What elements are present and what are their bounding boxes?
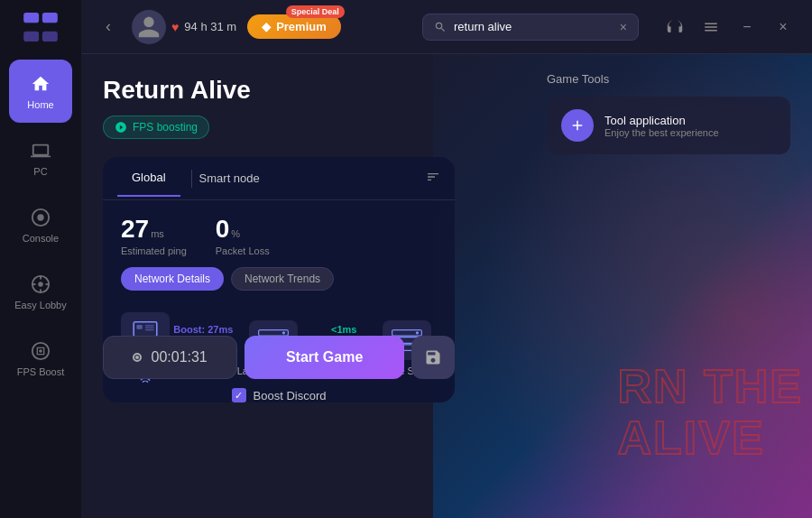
special-deal-badge: Special Deal (286, 5, 345, 18)
timer-button[interactable]: 00:01:31 (103, 336, 237, 379)
search-bar[interactable]: × (422, 14, 639, 41)
tool-card[interactable]: Tool application Enjoy the best experien… (547, 97, 790, 154)
main-content: ‹ ♥ 94 h 31 m ◆ Premium Special Deal × (81, 0, 812, 518)
svg-rect-1 (42, 13, 58, 23)
start-label: Start Game (286, 349, 363, 365)
tab-network-details[interactable]: Network Details (121, 267, 224, 291)
fps-icon (115, 121, 127, 134)
network-tabs: Global Smart node (103, 157, 455, 200)
heart-icon: ♥ (171, 20, 179, 34)
header: ‹ ♥ 94 h 31 m ◆ Premium Special Deal × (81, 0, 812, 54)
ping-value: 27 (121, 215, 149, 244)
search-clear-button[interactable]: × (620, 20, 627, 34)
fps-badge-label: FPS boosting (133, 121, 198, 134)
sidebar-item-easy-lobby[interactable]: Easy Lobby (9, 260, 72, 323)
svg-rect-3 (42, 32, 58, 42)
minimize-icon: − (743, 19, 751, 35)
avatar (132, 10, 166, 44)
premium-diamond: ◆ (262, 20, 271, 33)
ping-label: Estimated ping (121, 245, 187, 256)
boost-discord-label: Boost Discord (254, 389, 327, 402)
save-icon (424, 348, 442, 366)
tool-name: Tool application (604, 114, 719, 127)
svg-rect-0 (23, 13, 39, 23)
close-icon: × (779, 19, 787, 35)
action-row: 00:01:31 Start Game (103, 336, 455, 379)
tab-network-trends[interactable]: Network Trends (231, 267, 334, 291)
console-icon (29, 206, 52, 229)
sidebar-easy-lobby-label: Easy Lobby (14, 300, 66, 310)
svg-point-25 (282, 331, 285, 334)
close-button[interactable]: × (769, 13, 798, 42)
premium-label: Premium (276, 20, 327, 33)
search-icon (434, 21, 447, 33)
header-actions: − × (660, 13, 798, 42)
boost-discord-row: ✓ Boost Discord (103, 388, 455, 402)
fps-badge[interactable]: FPS boosting (103, 116, 209, 139)
sidebar-item-pc[interactable]: PC (9, 126, 72, 190)
packet-label: Packet Loss (216, 245, 270, 256)
timer-value: 00:01:31 (151, 349, 207, 365)
ping-unit: ms (151, 228, 164, 239)
user-time: 94 h 31 m (184, 20, 236, 33)
save-button[interactable] (411, 336, 455, 379)
svg-rect-2 (23, 32, 39, 42)
headset-button[interactable] (660, 13, 689, 42)
boost-discord-checkbox[interactable]: ✓ (232, 388, 246, 402)
easy-lobby-icon (29, 273, 52, 296)
fps-boost-icon (29, 339, 52, 363)
smart-node-selector[interactable]: Smart node (199, 171, 426, 185)
timer-dot (133, 353, 142, 362)
sidebar-item-console[interactable]: Console (9, 193, 72, 256)
sidebar: Home PC Console (0, 0, 81, 518)
tool-icon (561, 109, 594, 142)
sidebar-pc-label: PC (33, 166, 47, 177)
sidebar-fps-boost-label: FPS Boost (17, 366, 65, 377)
svg-point-13 (39, 349, 42, 353)
packet-stat: 0 % Packet Loss (216, 215, 270, 256)
home-icon (29, 72, 52, 96)
sidebar-home-label: Home (27, 99, 53, 110)
logo[interactable] (20, 9, 61, 45)
tool-desc: Enjoy the best experience (604, 127, 719, 138)
start-game-button[interactable]: Start Game (245, 336, 404, 379)
svg-point-7 (38, 282, 43, 287)
back-button[interactable]: ‹ (96, 14, 121, 40)
user-info: ♥ 94 h 31 m (132, 10, 236, 44)
detail-tabs: Network Details Network Trends (103, 267, 455, 301)
right-panel: Game Tools Tool application Enjoy the be… (547, 72, 790, 154)
menu-button[interactable] (697, 13, 725, 42)
tool-info: Tool application Enjoy the best experien… (604, 114, 719, 138)
game-tools-title: Game Tools (547, 72, 790, 86)
packet-value: 0 (216, 215, 230, 244)
latency-speed: <1ms (331, 324, 356, 335)
pc-icon (29, 139, 52, 162)
svg-point-31 (416, 331, 419, 334)
boost-speed: Boost: 27ms (173, 324, 233, 335)
ping-stat: 27 ms Estimated ping (121, 215, 187, 256)
sidebar-item-home[interactable]: Home (9, 60, 72, 123)
svg-rect-14 (134, 322, 157, 337)
premium-button[interactable]: ◆ Premium Special Deal (247, 14, 341, 39)
network-settings-button[interactable] (426, 170, 440, 188)
svg-point-5 (37, 214, 43, 220)
search-input[interactable] (454, 20, 613, 33)
sidebar-item-fps-boost[interactable]: FPS Boost (9, 327, 72, 390)
minimize-button[interactable]: − (733, 13, 761, 42)
tab-global[interactable]: Global (117, 160, 180, 197)
svg-rect-18 (136, 325, 142, 329)
packet-unit: % (231, 228, 240, 239)
network-stats: 27 ms Estimated ping 0 % Packet Loss (103, 200, 455, 267)
sidebar-console-label: Console (23, 233, 59, 244)
tab-divider (191, 170, 192, 188)
bottom-bar: 00:01:31 Start Game ✓ Boost Discord (103, 336, 455, 402)
